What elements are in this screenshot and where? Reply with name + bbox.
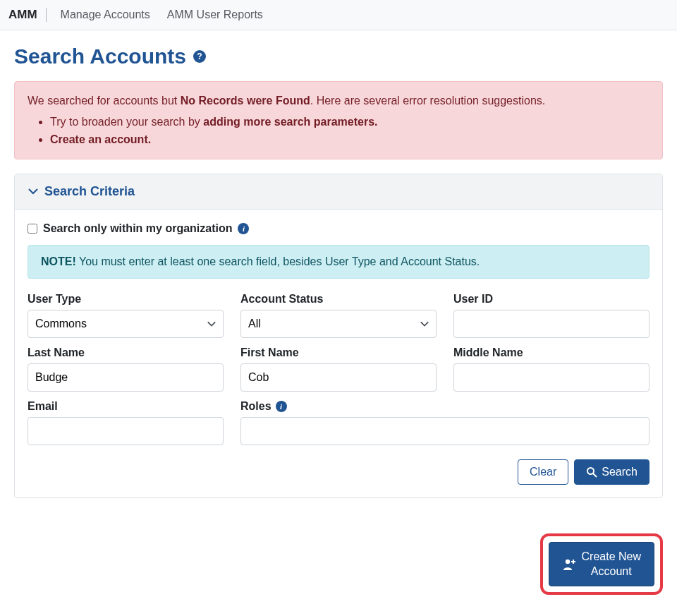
alert-text: Try to broaden your search by	[50, 116, 203, 128]
first-name-input[interactable]	[240, 363, 437, 392]
highlight-ring: Create New Account	[540, 533, 663, 596]
create-new-account-label: Create New Account	[582, 550, 641, 579]
alert-bold: Create an account.	[50, 133, 151, 145]
brand[interactable]: AMM	[8, 8, 47, 22]
clear-button[interactable]: Clear	[518, 459, 568, 485]
alert-bold: adding more search parameters.	[203, 116, 377, 128]
user-id-input[interactable]	[453, 310, 649, 338]
search-button[interactable]: Search	[574, 459, 649, 485]
clear-button-label: Clear	[530, 466, 556, 478]
alert-text: We searched for accounts but	[28, 95, 181, 107]
label-user-type: User Type	[28, 293, 224, 306]
note-strong: NOTE!	[41, 255, 76, 267]
label-user-id: User ID	[453, 293, 649, 306]
alert-line: We searched for accounts but No Records …	[28, 92, 649, 110]
search-within-org-label: Search only within my organization	[43, 222, 232, 235]
field-last-name: Last Name	[28, 346, 224, 392]
note-alert: NOTE! You must enter at least one search…	[28, 245, 649, 279]
field-middle-name: Middle Name	[453, 346, 649, 392]
form-actions: Clear Search	[28, 459, 649, 485]
user-plus-icon	[562, 558, 576, 571]
alert-suggestion: Create an account.	[50, 131, 649, 149]
search-criteria-toggle[interactable]: Search Criteria	[15, 174, 662, 210]
svg-point-2	[565, 559, 569, 563]
search-icon	[586, 466, 597, 478]
search-within-org-checkbox[interactable]	[28, 224, 37, 234]
nav-link-amm-user-reports[interactable]: AMM User Reports	[160, 6, 270, 24]
label-last-name: Last Name	[28, 346, 224, 359]
nav-link-manage-accounts[interactable]: Manage Accounts	[54, 6, 157, 24]
form-grid: User Type Commons Account Status	[28, 293, 649, 445]
page-title: Search Accounts	[14, 44, 186, 68]
note-text: You must enter at least one search field…	[76, 255, 480, 267]
email-input[interactable]	[28, 417, 224, 445]
org-checkbox-row: Search only within my organization i	[28, 222, 649, 235]
label-email: Email	[28, 400, 224, 413]
field-user-type: User Type Commons	[28, 293, 224, 338]
field-email: Email	[28, 400, 224, 445]
field-account-status: Account Status All	[240, 293, 437, 338]
user-type-select[interactable]: Commons	[28, 310, 224, 338]
info-icon[interactable]: i	[238, 223, 249, 234]
create-new-account-button[interactable]: Create New Account	[549, 542, 654, 587]
alert-bold: No Records were Found	[181, 95, 310, 107]
label-roles: Roles	[240, 400, 272, 413]
page-title-row: Search Accounts ?	[14, 44, 663, 68]
last-name-input[interactable]	[28, 363, 224, 392]
search-criteria-panel: Search Criteria Search only within my or…	[14, 174, 663, 498]
alert-text: . Here are several error resolution sugg…	[310, 95, 546, 107]
field-user-id: User ID	[453, 293, 649, 338]
label-first-name: First Name	[240, 346, 437, 359]
label-middle-name: Middle Name	[453, 346, 649, 359]
info-icon[interactable]: i	[276, 401, 287, 412]
label-account-status: Account Status	[240, 293, 437, 306]
field-roles: Roles i	[240, 400, 649, 445]
svg-line-1	[593, 473, 597, 477]
panel-title: Search Criteria	[44, 184, 135, 199]
floating-actions: Create New Account	[0, 533, 677, 603]
roles-input[interactable]	[240, 417, 649, 445]
alert-no-records: We searched for accounts but No Records …	[14, 81, 663, 159]
middle-name-input[interactable]	[453, 363, 649, 392]
search-button-label: Search	[602, 466, 638, 478]
chevron-down-icon	[28, 186, 39, 197]
account-status-select[interactable]: All	[240, 310, 437, 338]
help-icon[interactable]: ?	[193, 50, 206, 63]
svg-point-0	[587, 468, 594, 474]
top-nav: AMM Manage Accounts AMM User Reports	[0, 0, 677, 30]
alert-suggestion: Try to broaden your search by adding mor…	[50, 113, 649, 131]
field-first-name: First Name	[240, 346, 437, 392]
